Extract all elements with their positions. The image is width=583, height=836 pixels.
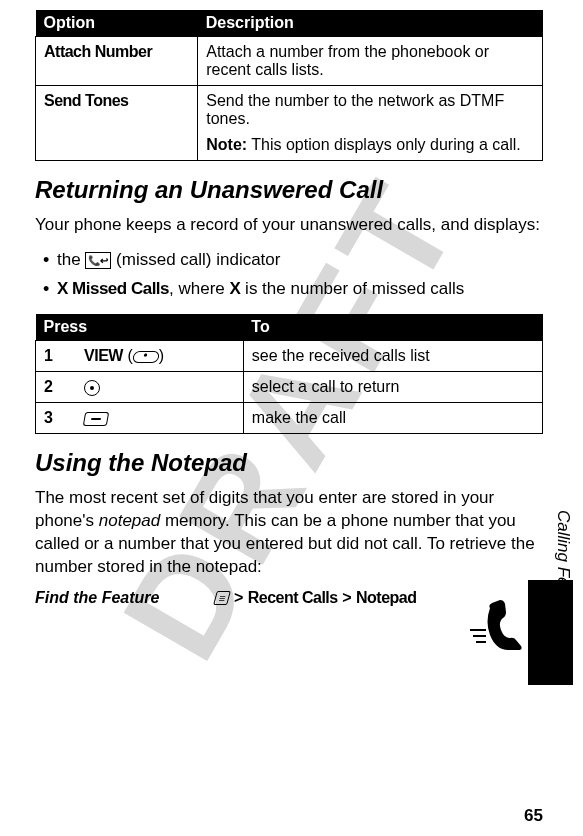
paren-close: ) <box>159 347 164 364</box>
path-separator: > <box>234 589 248 606</box>
bullet-middle: , where <box>169 279 229 298</box>
nav-key-icon <box>84 380 100 396</box>
options-row-attach-number: Attach Number Attach a number from the p… <box>36 37 543 86</box>
soft-key-icon <box>132 351 160 363</box>
path-item: Recent Calls <box>248 589 338 606</box>
option-description: Attach a number from the phonebook or re… <box>198 37 543 86</box>
find-feature-row: Find the Feature ≡ > Recent Calls > Note… <box>35 589 543 607</box>
steps-table: Press To 1 VIEW () see the received call… <box>35 314 543 434</box>
step-to: make the call <box>243 402 542 433</box>
heading-notepad: Using the Notepad <box>35 449 543 477</box>
step-row-1: 1 VIEW () see the received calls list <box>36 340 543 371</box>
missed-call-icon: 📞↩ <box>85 252 111 269</box>
step-press <box>76 371 243 402</box>
options-header-description: Description <box>198 10 543 37</box>
bullet-prefix: the <box>57 250 85 269</box>
step-num: 3 <box>36 402 77 433</box>
options-row-send-tones: Send Tones Send the number to the networ… <box>36 86 543 161</box>
step-num: 2 <box>36 371 77 402</box>
body-italic: notepad <box>99 511 160 530</box>
phone-handset-icon <box>468 600 523 650</box>
path-separator: > <box>342 589 356 606</box>
intro-text: Your phone keeps a record of your unansw… <box>35 214 543 237</box>
bullet-list: the 📞↩ (missed call) indicator X Missed … <box>35 247 543 302</box>
view-label: VIEW <box>84 347 123 364</box>
bullet-missed-call-indicator: the 📞↩ (missed call) indicator <box>35 247 543 273</box>
note-label: Note: <box>206 136 247 153</box>
description-note: Note: This option displays only during a… <box>206 136 534 154</box>
step-press <box>76 402 243 433</box>
step-num: 1 <box>36 340 77 371</box>
notepad-body: The most recent set of digits that you e… <box>35 487 543 579</box>
step-press: VIEW () <box>76 340 243 371</box>
options-header-option: Option <box>36 10 198 37</box>
step-row-3: 3 make the call <box>36 402 543 433</box>
bullet-suffix: is the number of missed calls <box>240 279 464 298</box>
steps-header-press: Press <box>36 314 244 341</box>
bullet-suffix: (missed call) indicator <box>111 250 280 269</box>
paren-open: ( <box>123 347 133 364</box>
option-name: Send Tones <box>36 86 198 161</box>
find-feature-label: Find the Feature <box>35 589 215 607</box>
page-content: Option Description Attach Number Attach … <box>35 10 543 607</box>
option-name: Attach Number <box>36 37 198 86</box>
step-to: see the received calls list <box>243 340 542 371</box>
description-line: Send the number to the network as DTMF t… <box>206 92 534 128</box>
step-row-2: 2 select a call to return <box>36 371 543 402</box>
note-text: This option displays only during a call. <box>247 136 521 153</box>
path-item: Notepad <box>356 589 417 606</box>
bullet-bold: X Missed Calls <box>57 279 169 298</box>
call-key-icon <box>83 412 109 426</box>
page-number: 65 <box>524 806 543 826</box>
option-description: Send the number to the network as DTMF t… <box>198 86 543 161</box>
bullet-bold2: X <box>230 279 241 298</box>
heading-returning-call: Returning an Unanswered Call <box>35 176 543 204</box>
menu-key-icon: ≡ <box>213 591 231 605</box>
step-to: select a call to return <box>243 371 542 402</box>
options-table: Option Description Attach Number Attach … <box>35 10 543 161</box>
steps-header-to: To <box>243 314 542 341</box>
bullet-x-missed-calls: X Missed Calls, where X is the number of… <box>35 276 543 302</box>
